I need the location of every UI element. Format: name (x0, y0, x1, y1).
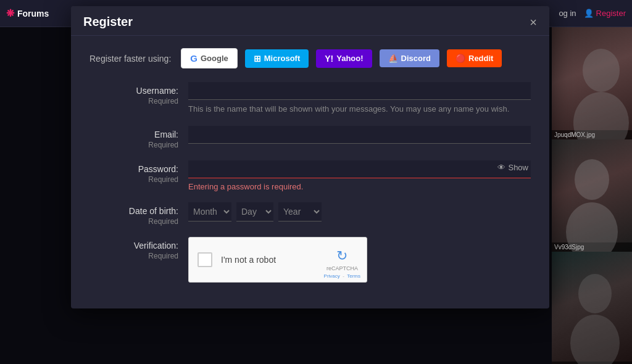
password-input-col: 👁 Show Entering a password is required. (188, 160, 531, 191)
reddit-label: Reddit (468, 54, 493, 63)
svg-point-1 (573, 92, 629, 139)
modal-title: Register (83, 15, 133, 29)
username-label-col: Username: Required (89, 82, 188, 105)
register-nav-label: Register (596, 9, 626, 18)
svg-point-4 (578, 274, 612, 313)
username-input-col: This is the name that will be shown with… (188, 82, 531, 115)
modal-body: Register faster using: G Google ⊞ Micros… (71, 36, 549, 308)
reddit-icon: 🔴 (455, 54, 465, 63)
username-input[interactable] (188, 82, 531, 100)
captcha-privacy-link[interactable]: Privacy (324, 273, 340, 279)
thumb2-image (552, 139, 632, 252)
modal-close-button[interactable]: × (530, 16, 537, 28)
verification-label-col: Verification: Required (89, 237, 188, 260)
recaptcha-icon: ↻ (336, 248, 347, 264)
dob-year-select[interactable]: Year (278, 202, 322, 221)
microsoft-label: Microsoft (264, 54, 301, 63)
show-password-button[interactable]: 👁 Show (497, 163, 528, 172)
dob-month-select[interactable]: Month JanFebMar AprMayJun JulAugSep OctN… (188, 202, 231, 221)
dob-input-col: Month JanFebMar AprMayJun JulAugSep OctN… (188, 202, 531, 221)
discord-label: Discord (401, 54, 431, 63)
register-nav-icon: 👤 (584, 9, 594, 18)
social-buttons-row: Register faster using: G Google ⊞ Micros… (89, 48, 531, 68)
svg-point-2 (575, 159, 609, 200)
password-input[interactable] (188, 160, 531, 178)
google-button[interactable]: G Google (181, 48, 237, 68)
dob-day-select[interactable]: Day (236, 202, 273, 221)
thumbnail-3[interactable] (552, 252, 632, 364)
verification-required: Required (89, 252, 178, 260)
discord-icon: ⛵ (388, 54, 398, 63)
username-required: Required (89, 97, 178, 105)
recaptcha-brand: reCAPTCHA (326, 265, 358, 271)
yahoo-label: Yahoo! (336, 54, 363, 63)
dob-label-col: Date of birth: Required (89, 202, 188, 226)
reddit-button[interactable]: 🔴 Reddit (447, 49, 502, 67)
microsoft-button[interactable]: ⊞ Microsoft (245, 49, 309, 68)
password-row: Password: Required 👁 Show Entering a pas… (89, 160, 531, 191)
captcha-terms-link[interactable]: Terms (347, 273, 360, 279)
captcha-text: I'm not a robot (221, 255, 318, 265)
google-icon: G (190, 53, 198, 64)
dob-row: Date of birth: Required Month JanFebMar … (89, 202, 531, 226)
social-label: Register faster using: (89, 54, 171, 64)
verification-input-col: I'm not a robot ↻ reCAPTCHA Privacy - Te… (188, 237, 531, 283)
password-input-wrap: 👁 Show (188, 160, 531, 178)
email-input[interactable] (188, 126, 531, 144)
dob-selects: Month JanFebMar AprMayJun JulAugSep OctN… (188, 202, 531, 221)
username-row: Username: Required This is the name that… (89, 82, 531, 115)
google-label: Google (201, 54, 228, 63)
thumbnail-2[interactable]: Vv93dSjpg (552, 139, 632, 252)
email-label: Email: (89, 130, 178, 139)
password-label: Password: (89, 164, 178, 174)
captcha-footer: Privacy - Terms (324, 273, 360, 279)
dob-required: Required (89, 217, 178, 226)
register-nav-link[interactable]: 👤 Register (584, 9, 626, 18)
email-label-col: Email: Required (89, 126, 188, 149)
captcha-box[interactable]: I'm not a robot ↻ reCAPTCHA Privacy - Te… (188, 237, 367, 283)
thumbnail-1[interactable]: JpuqdMOX.jpg (552, 27, 632, 139)
password-error: Entering a password is required. (188, 182, 531, 191)
username-label: Username: (89, 86, 178, 96)
svg-point-3 (566, 202, 618, 252)
dob-label: Date of birth: (89, 206, 178, 216)
modal-header: Register × (71, 6, 549, 36)
nav-right: og in 👤 Register (559, 9, 626, 18)
register-modal: Register × Register faster using: G Goog… (71, 6, 549, 308)
username-hint: This is the name that will be shown with… (188, 104, 531, 115)
password-label-col: Password: Required (89, 160, 188, 184)
verification-row: Verification: Required I'm not a robot ↻… (89, 237, 531, 283)
microsoft-icon: ⊞ (254, 54, 261, 64)
email-required: Required (89, 141, 178, 149)
yahoo-button[interactable]: Y! Yahoo! (316, 49, 372, 68)
password-required: Required (89, 175, 178, 184)
forums-label: Forums (17, 9, 49, 19)
email-row: Email: Required (89, 126, 531, 149)
show-label: Show (508, 163, 528, 172)
right-sidebar: JpuqdMOX.jpg Vv93dSjpg (552, 27, 632, 364)
eye-icon: 👁 (497, 163, 505, 172)
verification-label: Verification: (89, 241, 178, 250)
snowflake-icon: ❋ (6, 7, 14, 19)
svg-point-0 (583, 49, 620, 92)
svg-point-5 (570, 315, 620, 364)
captcha-logo: ↻ reCAPTCHA (326, 248, 358, 271)
login-link[interactable]: og in (559, 9, 576, 18)
thumb3-image (552, 252, 632, 364)
email-input-col (188, 126, 531, 144)
thumb1-image (552, 27, 632, 139)
yahoo-icon: Y! (325, 54, 333, 64)
captcha-checkbox[interactable] (198, 252, 212, 267)
forums-nav-item[interactable]: ❋ Forums (6, 7, 49, 19)
discord-button[interactable]: ⛵ Discord (380, 49, 439, 67)
